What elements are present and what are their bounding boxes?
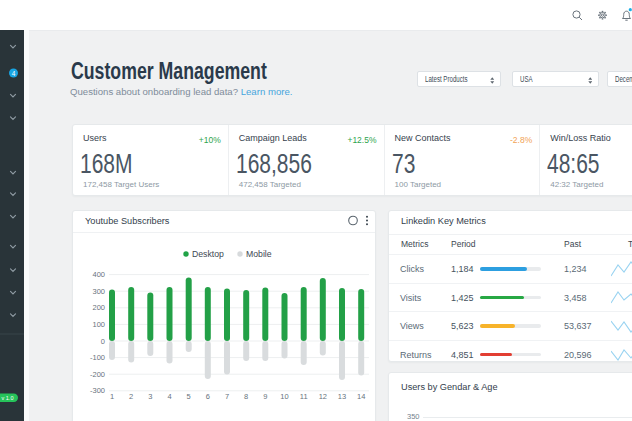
svg-text:9: 9 [263, 392, 267, 401]
svg-text:14: 14 [357, 392, 365, 401]
svg-text:7: 7 [225, 392, 229, 401]
svg-text:300: 300 [92, 287, 105, 296]
svg-text:6: 6 [206, 392, 210, 401]
svg-text:4: 4 [167, 392, 171, 401]
svg-text:8: 8 [244, 392, 248, 401]
svg-text:200: 200 [92, 303, 105, 312]
svg-text:4: 4 [12, 70, 16, 77]
svg-text:11: 11 [300, 392, 308, 401]
svg-text:3: 3 [148, 392, 152, 401]
svg-text:1: 1 [110, 392, 114, 401]
svg-text:2: 2 [129, 392, 133, 401]
svg-text:100: 100 [92, 320, 105, 329]
svg-text:Mobile: Mobile [246, 249, 272, 259]
svg-text:Desktop: Desktop [192, 249, 224, 259]
svg-text:12: 12 [319, 392, 327, 401]
svg-text:400: 400 [92, 270, 105, 279]
svg-text:0: 0 [101, 337, 105, 346]
svg-text:-300: -300 [90, 386, 105, 395]
svg-text:-200: -200 [90, 370, 105, 379]
svg-text:-100: -100 [90, 353, 105, 362]
svg-text:10: 10 [280, 392, 288, 401]
svg-text:5: 5 [187, 392, 191, 401]
svg-text:v 1.0: v 1.0 [2, 395, 14, 401]
svg-text:13: 13 [338, 392, 346, 401]
